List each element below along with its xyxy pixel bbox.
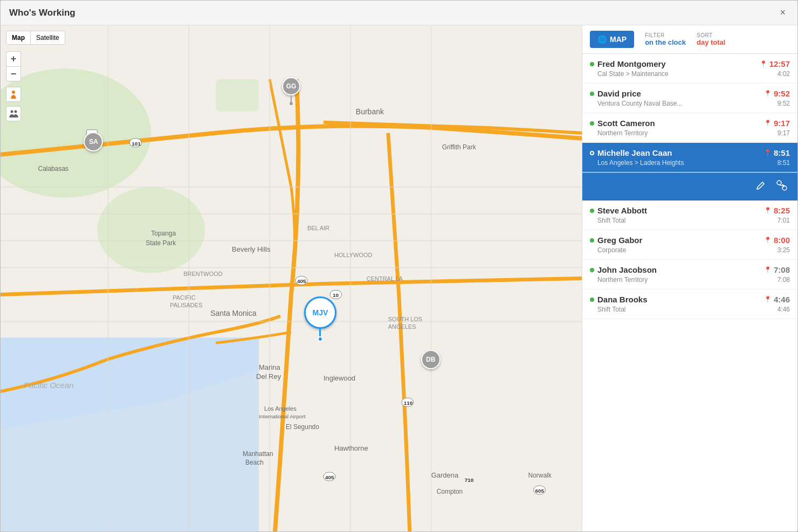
worker-row1: Michelle Jean Caan 📍 8:51 bbox=[590, 148, 790, 157]
svg-text:State Park: State Park bbox=[146, 239, 176, 247]
map-controls: Map Satellite + − bbox=[6, 31, 65, 121]
svg-text:Del Rey: Del Rey bbox=[256, 372, 281, 381]
map-type-buttons: Map Satellite bbox=[6, 31, 65, 45]
marker-gg[interactable]: GG bbox=[282, 77, 300, 105]
edit-worker-button[interactable] bbox=[753, 177, 768, 196]
svg-text:Topanga: Topanga bbox=[151, 230, 176, 237]
sidebar-header: 🌐 MAP FILTER on the clock SORT day total bbox=[582, 25, 797, 54]
svg-text:SOUTH LOS: SOUTH LOS bbox=[388, 316, 422, 322]
worker-item-steve-abbott[interactable]: Steve Abbott 📍 8:25 Shift Total 7:01 bbox=[582, 201, 797, 230]
svg-text:Santa Monica: Santa Monica bbox=[210, 309, 257, 317]
svg-text:Los Angeles: Los Angeles bbox=[264, 405, 297, 412]
worker-row2: Shift Total 4:46 bbox=[590, 306, 790, 313]
svg-text:Hawthorne: Hawthorne bbox=[334, 444, 368, 452]
worker-row2: Ventura County Naval Base... 9:52 bbox=[590, 100, 790, 107]
main-content: Burbank Griffith Park Calabasas Topanga … bbox=[1, 25, 797, 531]
svg-text:International Airport: International Airport bbox=[259, 413, 306, 419]
svg-point-59 bbox=[12, 91, 15, 94]
filter-value[interactable]: on the clock bbox=[645, 38, 686, 46]
svg-text:Norwalk: Norwalk bbox=[528, 472, 552, 479]
sidebar: 🌐 MAP FILTER on the clock SORT day total bbox=[582, 25, 797, 531]
marker-mjv-pin bbox=[318, 336, 323, 342]
svg-text:Beverly Hills: Beverly Hills bbox=[232, 245, 271, 253]
svg-text:PACIFIC: PACIFIC bbox=[173, 294, 196, 301]
svg-rect-5 bbox=[216, 79, 259, 112]
worker-row1: Greg Gabor 📍 8:00 bbox=[590, 236, 790, 245]
marker-db-label[interactable]: DB bbox=[421, 350, 441, 369]
worker-name: Scott Cameron bbox=[590, 119, 655, 128]
worker-time: 📍 4:46 bbox=[764, 295, 790, 304]
worker-name: David price bbox=[590, 89, 641, 98]
street-view-button[interactable] bbox=[6, 87, 21, 102]
map-type-satellite-btn[interactable]: Satellite bbox=[31, 31, 65, 44]
worker-item-john-jacobson[interactable]: John Jacobson 📍 7:08 Northern Territory … bbox=[582, 260, 797, 289]
status-dot bbox=[590, 238, 594, 243]
worker-name: Greg Gabor bbox=[590, 236, 642, 245]
svg-text:101: 101 bbox=[132, 141, 141, 147]
svg-point-60 bbox=[11, 110, 13, 113]
worker-item-david-price[interactable]: David price 📍 9:52 Ventura County Naval … bbox=[582, 84, 797, 113]
location-icon: 📍 bbox=[764, 296, 772, 303]
worker-time: 📍 8:51 bbox=[764, 148, 790, 157]
worker-name: Dana Brooks bbox=[590, 295, 648, 304]
worker-row1: Steve Abbott 📍 8:25 bbox=[590, 206, 790, 215]
worker-name: John Jacobson bbox=[590, 265, 657, 274]
map-btn-label: MAP bbox=[610, 35, 627, 44]
map-area: Burbank Griffith Park Calabasas Topanga … bbox=[1, 25, 582, 531]
status-dot bbox=[590, 151, 594, 155]
svg-point-61 bbox=[15, 110, 17, 113]
worker-item-dana-brooks[interactable]: Dana Brooks 📍 4:46 Shift Total 4:46 bbox=[582, 289, 797, 319]
map-view-button[interactable]: 🌐 MAP bbox=[590, 31, 634, 48]
status-dot bbox=[590, 298, 594, 302]
worker-name: Fred Montgomery bbox=[590, 59, 666, 68]
svg-text:El Segundo: El Segundo bbox=[286, 423, 319, 431]
worker-name: Michelle Jean Caan bbox=[590, 148, 672, 157]
marker-mjv[interactable]: MJV bbox=[304, 296, 336, 342]
filter-label: FILTER bbox=[645, 32, 665, 38]
worker-time: 📍 9:52 bbox=[764, 89, 790, 98]
worker-item-michelle-jean-caan[interactable]: Michelle Jean Caan 📍 8:51 Los Angeles > … bbox=[582, 143, 797, 172]
svg-text:HOLLYWOOD: HOLLYWOOD bbox=[334, 252, 373, 258]
worker-time: 📍 9:17 bbox=[764, 119, 790, 128]
worker-row1: John Jacobson 📍 7:08 bbox=[590, 265, 790, 274]
svg-text:Burbank: Burbank bbox=[356, 107, 384, 116]
marker-sa[interactable]: SA bbox=[84, 132, 103, 151]
marker-sa-label[interactable]: SA bbox=[84, 132, 103, 151]
person-icon bbox=[9, 90, 18, 99]
svg-text:Gardena: Gardena bbox=[431, 471, 459, 479]
worker-item-fred-montgomery[interactable]: Fred Montgomery 📍 12:57 Cal State > Main… bbox=[582, 54, 797, 84]
route-worker-button[interactable] bbox=[774, 177, 790, 196]
marker-mjv-label[interactable]: MJV bbox=[304, 296, 336, 329]
sort-value[interactable]: day total bbox=[697, 38, 725, 46]
worker-row1: Fred Montgomery 📍 12:57 bbox=[590, 59, 790, 68]
svg-text:BEL AIR: BEL AIR bbox=[307, 225, 329, 231]
people-button[interactable] bbox=[6, 106, 21, 121]
worker-time: 📍 8:00 bbox=[764, 236, 790, 245]
location-icon: 📍 bbox=[760, 60, 767, 67]
svg-text:405: 405 bbox=[297, 278, 306, 284]
map-type-map-btn[interactable]: Map bbox=[6, 31, 31, 44]
zoom-out-button[interactable]: − bbox=[6, 66, 21, 81]
svg-text:Beach: Beach bbox=[245, 459, 264, 466]
sort-control[interactable]: SORT day total bbox=[697, 32, 725, 46]
worker-time: 📍 12:57 bbox=[760, 59, 790, 68]
svg-text:Manhattan: Manhattan bbox=[243, 450, 273, 458]
worker-row2: Northern Territory 9:17 bbox=[590, 129, 790, 137]
edit-icon bbox=[755, 180, 766, 191]
sort-label: SORT bbox=[697, 32, 713, 38]
zoom-in-button[interactable]: + bbox=[6, 51, 21, 66]
marker-db[interactable]: DB bbox=[421, 350, 441, 369]
main-window: Who's Working × bbox=[0, 0, 798, 532]
worker-item-scott-cameron[interactable]: Scott Cameron 📍 9:17 Northern Territory … bbox=[582, 113, 797, 143]
filter-control[interactable]: FILTER on the clock bbox=[645, 32, 686, 46]
svg-text:405: 405 bbox=[325, 474, 334, 480]
svg-point-62 bbox=[777, 181, 781, 185]
marker-gg-label[interactable]: GG bbox=[282, 77, 300, 95]
worker-item-greg-gabor[interactable]: Greg Gabor 📍 8:00 Corporate 3:25 bbox=[582, 230, 797, 260]
svg-text:Calabasas: Calabasas bbox=[38, 165, 69, 172]
worker-row1: Scott Cameron 📍 9:17 bbox=[590, 119, 790, 128]
close-button[interactable]: × bbox=[776, 6, 789, 19]
worker-row1: David price 📍 9:52 bbox=[590, 89, 790, 98]
worker-row2: Shift Total 7:01 bbox=[590, 217, 790, 224]
svg-text:605: 605 bbox=[535, 488, 545, 494]
